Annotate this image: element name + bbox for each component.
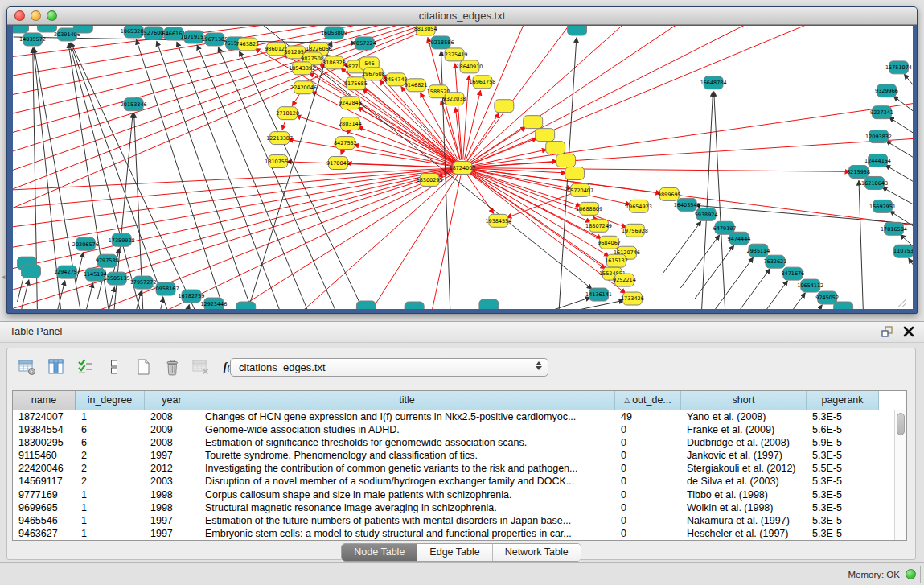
graph-node[interactable] <box>405 302 424 309</box>
graph-node[interactable] <box>556 154 576 167</box>
graph-node[interactable]: 9252214 <box>613 274 636 286</box>
float-window-icon[interactable] <box>881 325 893 341</box>
table-row[interactable]: 946362711997Embryonic stem cells: a mode… <box>13 527 906 540</box>
column-header-short[interactable]: short <box>681 391 807 410</box>
table-row[interactable]: 911546021997Tourette syndrome. Phenomeno… <box>13 449 906 462</box>
cell[interactable]: 0 <box>615 462 681 475</box>
cell[interactable]: 5.3E-5 <box>807 514 879 527</box>
graph-node[interactable]: 12213387 <box>266 132 293 145</box>
cell[interactable]: 9115460 <box>13 449 76 462</box>
cell[interactable]: 2003 <box>145 475 199 488</box>
graph-node[interactable]: 18724007 <box>450 162 476 175</box>
cell[interactable]: Investigating the contribution of common… <box>199 462 615 475</box>
graph-node[interactable] <box>536 129 555 142</box>
graph-node[interactable]: 14136141 <box>585 288 612 301</box>
cell[interactable]: 18300295 <box>13 436 76 449</box>
cell[interactable]: 1 <box>76 488 145 501</box>
cell[interactable]: 5.9E-5 <box>807 436 879 449</box>
graph-node[interactable]: 15751074 <box>885 61 912 74</box>
graph-node[interactable]: 14035572 <box>19 33 46 46</box>
network-graph-canvas[interactable]: 14035572 20391406 10653287 15276002 6466… <box>13 26 913 309</box>
cell[interactable]: 5.5E-5 <box>807 462 879 475</box>
graph-node[interactable]: 12942757 <box>54 266 80 278</box>
graph-node[interactable]: 9242848 <box>339 97 362 109</box>
table-row[interactable]: 946554611997Estimation of the future num… <box>13 514 906 527</box>
cell[interactable]: 1 <box>76 527 145 540</box>
graph-node[interactable] <box>22 265 41 278</box>
graph-node[interactable]: 10958167 <box>153 282 179 295</box>
table-selector-combo[interactable]: citations_edges.txt <box>230 358 548 377</box>
cell[interactable]: 1 <box>76 501 145 514</box>
cell[interactable]: 2 <box>76 475 145 488</box>
cell[interactable]: 0 <box>615 514 681 527</box>
panel-splitter-handle[interactable]: ◄ <box>0 274 6 281</box>
column-checklist-icon[interactable] <box>73 355 97 379</box>
graph-node[interactable]: 12923446 <box>200 298 227 309</box>
graph-node[interactable]: 2935114 <box>747 244 770 257</box>
cell[interactable]: de Silva et al. (2003) <box>681 475 807 488</box>
cell[interactable]: 1998 <box>145 488 199 501</box>
cell[interactable]: 0 <box>615 475 681 488</box>
graph-node[interactable]: 1615132 <box>605 254 628 267</box>
graph-node[interactable]: 10654112 <box>797 279 823 292</box>
graph-node[interactable] <box>236 302 256 309</box>
cell[interactable]: 5.3E-5 <box>807 488 879 501</box>
cell[interactable]: 5.3E-5 <box>807 527 879 540</box>
cell[interactable]: 2008 <box>145 410 199 423</box>
resize-grip-icon[interactable] <box>898 299 906 307</box>
graph-node[interactable]: 19654923 <box>626 200 652 212</box>
graph-node[interactable]: 16403543 <box>674 198 700 211</box>
graph-node[interactable]: 2718120 <box>276 107 299 120</box>
graph-node[interactable]: 17359928 <box>109 233 135 246</box>
graph-node[interactable] <box>495 100 514 113</box>
graph-node[interactable]: 9329966 <box>875 84 898 97</box>
cell[interactable]: 18724007 <box>13 410 76 423</box>
graph-node[interactable]: 19218586 <box>428 36 454 49</box>
graph-node[interactable]: 8471676 <box>781 267 804 280</box>
cell[interactable]: 0 <box>615 423 681 436</box>
close-panel-icon[interactable] <box>903 326 914 340</box>
graph-node[interactable]: 18300295 <box>417 173 443 186</box>
cell[interactable]: 1 <box>76 410 145 423</box>
graph-node[interactable]: 7857224 <box>353 37 376 50</box>
minimize-window-button[interactable] <box>31 10 41 21</box>
graph-node[interactable]: 7463822 <box>236 38 259 51</box>
graph-node[interactable]: 8186328 <box>322 56 346 69</box>
graph-node[interactable]: 19384554 <box>485 214 511 227</box>
graph-node[interactable] <box>479 299 499 309</box>
graph-node[interactable]: 10688609 <box>576 202 602 215</box>
graph-node[interactable]: 16648784 <box>700 76 727 89</box>
close-window-button[interactable] <box>14 10 25 21</box>
cell[interactable]: 1997 <box>145 449 199 462</box>
cell[interactable]: 6 <box>76 436 145 449</box>
graph-node[interactable]: 16210643 <box>861 176 888 189</box>
table-scrollbar-thumb[interactable] <box>897 413 905 435</box>
column-header-out_de[interactable]: △out_de... <box>615 391 681 410</box>
row-height-icon[interactable] <box>102 355 126 379</box>
cell[interactable]: 5.3E-5 <box>807 501 879 514</box>
cell[interactable]: Estimation of the future numbers of pati… <box>199 514 615 527</box>
graph-node[interactable]: 12093832 <box>865 130 892 143</box>
graph-node[interactable]: 13505135 <box>104 272 130 285</box>
graph-node[interactable]: 8427552 <box>334 137 357 150</box>
cell[interactable]: 2 <box>76 462 145 475</box>
cell[interactable]: 9465546 <box>13 514 76 527</box>
graph-node[interactable]: 9797588 <box>96 254 119 267</box>
graph-node[interactable] <box>546 142 565 154</box>
cell[interactable]: 0 <box>615 501 681 514</box>
graph-node[interactable] <box>524 116 543 129</box>
graph-node[interactable]: 18807249 <box>585 219 612 232</box>
graph-node[interactable]: 5938924 <box>695 208 718 220</box>
table-row[interactable]: 1456911722003Disruption of a novel membe… <box>13 475 906 488</box>
graph-node[interactable]: 1733426 <box>621 292 644 305</box>
graph-node[interactable]: 8215958 <box>847 166 870 179</box>
graph-node[interactable]: 22420046 <box>290 81 317 94</box>
graph-node[interactable]: 12325419 <box>441 48 468 61</box>
cell[interactable]: 0 <box>615 449 681 462</box>
table-row[interactable]: 969969511998Structural magnetic resonanc… <box>13 501 906 514</box>
cell[interactable]: Genome-wide association studies in ADHD. <box>199 423 615 436</box>
table-row[interactable]: 1872400712008Changes of HCN gene express… <box>13 410 906 423</box>
graph-node[interactable] <box>13 26 29 33</box>
cell[interactable]: 2009 <box>145 423 199 436</box>
cell[interactable]: Estimation of significance thresholds fo… <box>199 436 615 449</box>
